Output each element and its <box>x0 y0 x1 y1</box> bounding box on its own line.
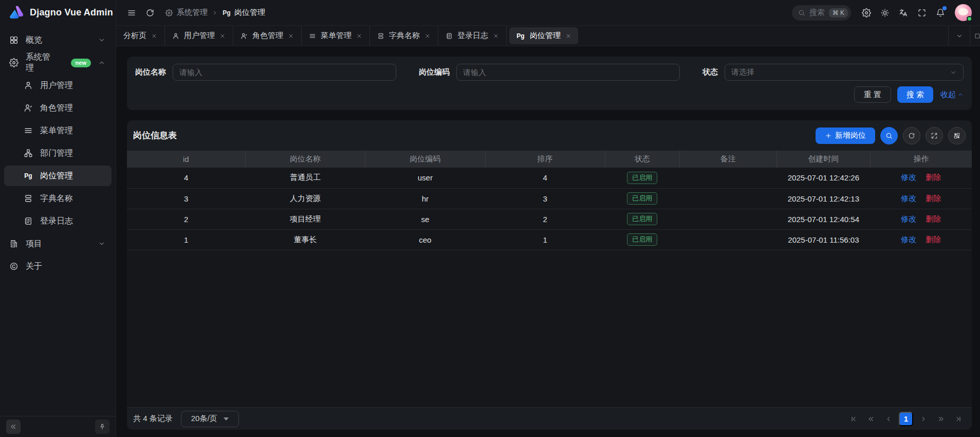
edit-link[interactable]: 修改 <box>901 235 916 244</box>
close-icon[interactable] <box>219 33 226 39</box>
sidebar-item-departments[interactable]: 部门管理 <box>4 143 112 163</box>
sidebar: Djagno Vue Admin 概览 系统管理 new 用户管理 角色管理 菜… <box>0 0 116 437</box>
tab-menus[interactable]: 菜单管理 <box>302 26 370 46</box>
delete-link[interactable]: 删除 <box>926 194 941 203</box>
delete-link[interactable]: 删除 <box>926 235 941 244</box>
position-name-label: 岗位名称 <box>135 67 166 77</box>
refresh-button[interactable] <box>142 5 158 21</box>
reset-button[interactable]: 重 置 <box>854 86 891 103</box>
close-icon[interactable] <box>288 33 294 39</box>
breadcrumb-section[interactable]: 系统管理 <box>177 8 208 17</box>
status-select[interactable]: 请选择 <box>725 64 964 81</box>
fullscreen-button[interactable] <box>914 5 930 21</box>
table-columns-button[interactable] <box>948 127 966 144</box>
sidebar-item-system[interactable]: 系统管理 new <box>4 52 112 73</box>
pg-icon: Pg <box>222 9 231 16</box>
tab-roles[interactable]: 角色管理 <box>233 26 302 46</box>
sidebar-item-dictionary[interactable]: 字典名称 <box>4 188 112 209</box>
pagination-last-button[interactable] <box>951 412 966 426</box>
close-icon[interactable] <box>565 33 571 39</box>
cell-remark <box>679 209 776 229</box>
tab-maximize-button[interactable] <box>970 26 980 46</box>
cell-remark <box>679 229 776 250</box>
sidebar-item-menus[interactable]: 菜单管理 <box>4 120 112 141</box>
new-badge: new <box>71 59 91 67</box>
tab-users[interactable]: 用户管理 <box>165 26 233 46</box>
column-header-name: 岗位名称 <box>245 151 365 168</box>
breadcrumb-current: Pg 岗位管理 <box>222 8 265 17</box>
add-position-button[interactable]: 新增岗位 <box>816 128 875 144</box>
chevron-down-icon <box>956 32 963 40</box>
edit-link[interactable]: 修改 <box>901 173 916 181</box>
sidebar-footer <box>0 416 116 437</box>
table-footer: 共 4 条记录 20条/页 1 <box>127 407 972 430</box>
sidebar-collapse-button[interactable] <box>6 420 21 434</box>
sidebar-item-users[interactable]: 用户管理 <box>4 75 112 96</box>
tab-dictionary[interactable]: 字典名称 <box>370 26 438 46</box>
chevron-bar-left-icon <box>850 415 857 423</box>
pagination-next-group-button[interactable] <box>934 412 948 426</box>
pagination-first-button[interactable] <box>846 412 861 426</box>
log-icon <box>446 32 453 40</box>
delete-link[interactable]: 删除 <box>926 214 941 223</box>
table-search-toggle-button[interactable] <box>880 127 898 144</box>
sidebar-item-login-logs[interactable]: 登录日志 <box>4 211 112 231</box>
top-header: 系统管理 Pg 岗位管理 搜索 ⌘ K <box>116 0 980 25</box>
cell-sort: 4 <box>485 168 605 188</box>
close-icon[interactable] <box>424 33 431 39</box>
table-fullscreen-button[interactable] <box>926 127 943 144</box>
layout-columns-icon <box>953 132 960 139</box>
language-button[interactable] <box>895 5 912 21</box>
pagination-next-button[interactable] <box>916 412 931 426</box>
tab-login-logs[interactable]: 登录日志 <box>438 26 507 46</box>
position-code-input[interactable] <box>456 64 680 81</box>
search-shortcut-badge: ⌘ K <box>829 8 848 17</box>
status-badge: 已启用 <box>627 213 657 225</box>
app-logo[interactable]: Djagno Vue Admin <box>0 0 116 25</box>
tab-positions[interactable]: Pg 岗位管理 <box>507 26 581 46</box>
chevron-down-icon <box>98 37 105 44</box>
gear-icon <box>165 9 173 16</box>
menu-toggle-button[interactable] <box>123 5 140 21</box>
cell-code: ceo <box>365 229 485 250</box>
page-size-select[interactable]: 20条/页 <box>181 411 239 427</box>
search-icon <box>885 132 893 139</box>
tab-label: 字典名称 <box>389 31 420 41</box>
theme-toggle-button[interactable] <box>877 5 893 21</box>
cell-code: se <box>365 209 485 229</box>
pagination-page-1[interactable]: 1 <box>899 412 913 426</box>
edit-link[interactable]: 修改 <box>901 194 916 203</box>
sidebar-item-about[interactable]: 关于 <box>4 256 112 277</box>
delete-link[interactable]: 删除 <box>926 173 941 181</box>
global-search[interactable]: 搜索 ⌘ K <box>792 5 851 21</box>
sidebar-item-overview[interactable]: 概览 <box>4 30 112 50</box>
sidebar-pin-button[interactable] <box>95 420 109 434</box>
cell-status: 已启用 <box>605 188 679 209</box>
position-name-field: 岗位名称 <box>135 64 396 81</box>
cell-created: 2025-07-01 12:40:54 <box>776 209 870 229</box>
settings-button[interactable] <box>858 5 875 21</box>
position-name-input[interactable] <box>173 64 396 81</box>
edit-link[interactable]: 修改 <box>901 214 916 223</box>
refresh-icon <box>908 132 915 139</box>
pagination-prev-group-button[interactable] <box>864 412 878 426</box>
tab-list-dropdown-button[interactable] <box>948 26 970 46</box>
sidebar-item-positions[interactable]: Pg 岗位管理 <box>4 166 112 186</box>
sidebar-item-label: 部门管理 <box>40 148 73 159</box>
close-icon[interactable] <box>493 33 499 39</box>
sidebar-item-label: 关于 <box>26 261 42 272</box>
close-icon[interactable] <box>151 33 157 39</box>
page-content: 岗位名称 岗位编码 状态 请选择 重 置 搜 索 <box>116 46 980 437</box>
table-refresh-button[interactable] <box>903 127 920 144</box>
close-icon[interactable] <box>356 33 362 39</box>
pagination-prev-button[interactable] <box>881 412 896 426</box>
sidebar-item-roles[interactable]: 角色管理 <box>4 98 112 118</box>
sidebar-nav: 概览 系统管理 new 用户管理 角色管理 菜单管理 部门管理 P <box>0 25 116 416</box>
sidebar-item-project[interactable]: 项目 <box>4 233 112 254</box>
tab-analytics[interactable]: 分析页 <box>116 26 165 46</box>
notifications-button[interactable] <box>932 5 949 21</box>
collapse-filter-link[interactable]: 收起 <box>940 90 964 100</box>
chevron-up-icon <box>957 92 964 98</box>
search-button[interactable]: 搜 索 <box>897 86 933 103</box>
user-avatar[interactable] <box>955 4 972 21</box>
